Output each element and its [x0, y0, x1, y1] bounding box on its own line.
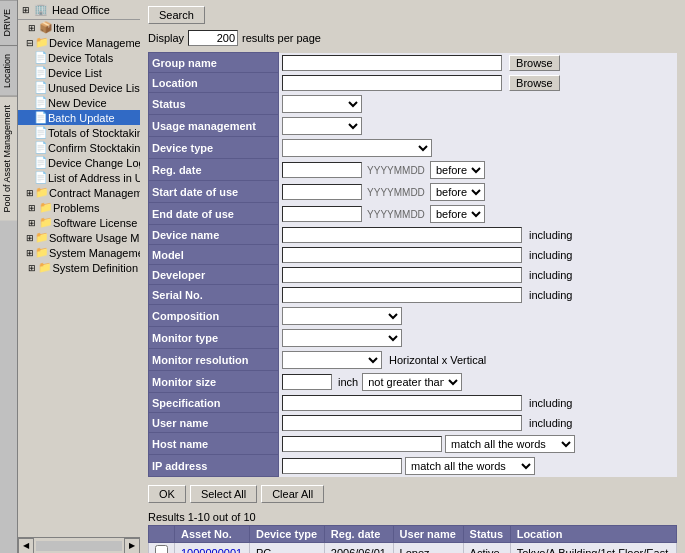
- value-status: Active Inactive: [279, 93, 677, 115]
- label-monitor-type: Monitor type: [149, 327, 279, 349]
- tree-item-item[interactable]: ⊞ 📦 Item: [18, 20, 140, 35]
- col-reg-date: Reg. date: [324, 526, 393, 543]
- serial-no-input[interactable]: [282, 287, 522, 303]
- location-browse-btn[interactable]: Browse: [509, 75, 560, 91]
- row-start-date: Start date of use YYYYMMDD before after: [149, 181, 677, 203]
- reg-date-before-select[interactable]: before after: [430, 161, 485, 179]
- value-start-date: YYYYMMDD before after: [279, 181, 677, 203]
- sd-icon: 📁: [38, 261, 52, 274]
- value-monitor-type: [279, 327, 677, 349]
- row-device-name: Device name including: [149, 225, 677, 245]
- ts-label: Totals of Stocktaking-L: [48, 127, 140, 139]
- start-date-input[interactable]: [282, 184, 362, 200]
- user-name-including: including: [529, 417, 572, 429]
- monitor-type-select[interactable]: [282, 329, 402, 347]
- table-row: 1000000001 PC 2006/06/01 Lopez Active To…: [149, 543, 677, 554]
- tab-location[interactable]: Location: [0, 45, 17, 96]
- end-date-input[interactable]: [282, 206, 362, 222]
- cs-icon: 📄: [34, 141, 48, 154]
- monitor-size-select[interactable]: not greater than not less than: [362, 373, 462, 391]
- value-monitor-size: inch not greater than not less than: [279, 371, 677, 393]
- asset-no-link[interactable]: 1000000001: [181, 547, 242, 554]
- results-header-row: Asset No. Device type Reg. date User nam…: [149, 526, 677, 543]
- tree-item-list-address[interactable]: 📄 List of Address in Use: [18, 170, 140, 185]
- tree-item-device-change[interactable]: 📄 Device Change Log: [18, 155, 140, 170]
- ip-address-match-select[interactable]: match all the words match any word: [405, 457, 535, 475]
- row-reg-date-cell: 2006/06/01: [324, 543, 393, 554]
- scroll-track[interactable]: [36, 541, 122, 551]
- specification-input[interactable]: [282, 395, 522, 411]
- hv-label: Horizontal x Vertical: [389, 354, 486, 366]
- su-icon: 📁: [35, 231, 49, 244]
- value-reg-date: YYYYMMDD before after: [279, 159, 677, 181]
- item-label: Item: [53, 22, 74, 34]
- host-name-input[interactable]: [282, 436, 442, 452]
- tree-item-device-totals[interactable]: 📄 Device Totals: [18, 50, 140, 65]
- value-composition: [279, 305, 677, 327]
- monitor-size-input[interactable]: [282, 374, 332, 390]
- expand-icon[interactable]: ⊞: [22, 5, 30, 15]
- search-button[interactable]: Search: [148, 6, 205, 24]
- developer-input[interactable]: [282, 267, 522, 283]
- row-checkbox[interactable]: [155, 545, 168, 553]
- tab-asset-management[interactable]: Pool of Asset Management: [0, 96, 17, 221]
- cs-label: Confirm Stocktaking Di: [48, 142, 140, 154]
- label-model: Model: [149, 245, 279, 265]
- col-status: Status: [463, 526, 510, 543]
- label-device-type: Device type: [149, 137, 279, 159]
- ip-address-input[interactable]: [282, 458, 402, 474]
- scroll-left-btn[interactable]: ◀: [18, 538, 34, 554]
- ud-icon: 📄: [34, 81, 48, 94]
- tree-item-problems[interactable]: ⊞ 📁 Problems: [18, 200, 140, 215]
- status-select[interactable]: Active Inactive: [282, 95, 362, 113]
- tree-item-system-mgmt[interactable]: ⊞ 📁 System Management: [18, 245, 140, 260]
- label-specification: Specification: [149, 393, 279, 413]
- device-type-select[interactable]: PC: [282, 139, 432, 157]
- col-location: Location: [510, 526, 676, 543]
- value-device-type: PC: [279, 137, 677, 159]
- device-name-input[interactable]: [282, 227, 522, 243]
- tree-item-new-device[interactable]: 📄 New Device: [18, 95, 140, 110]
- tab-drive[interactable]: DRIVE: [0, 0, 17, 45]
- monitor-resolution-select[interactable]: [282, 351, 382, 369]
- tree-item-software-license[interactable]: ⊞ 📁 Software License: [18, 215, 140, 230]
- value-serial-no: including: [279, 285, 677, 305]
- ok-button[interactable]: OK: [148, 485, 186, 503]
- user-name-input[interactable]: [282, 415, 522, 431]
- col-user-name: User name: [393, 526, 463, 543]
- end-date-before-select[interactable]: before after: [430, 205, 485, 223]
- row-location: Location Browse: [149, 73, 677, 93]
- group-name-input[interactable]: [282, 55, 502, 71]
- cm-label: Contract Management: [49, 187, 140, 199]
- select-all-button[interactable]: Select All: [190, 485, 257, 503]
- composition-select[interactable]: [282, 307, 402, 325]
- tree-pane: ⊞ 🏢 Head Office ⊞ 📦 Item ⊟ 📁 Device Mana…: [18, 0, 140, 553]
- start-date-before-select[interactable]: before after: [430, 183, 485, 201]
- tree-item-system-def[interactable]: ⊞ 📁 System Definition: [18, 260, 140, 275]
- reg-date-input[interactable]: [282, 162, 362, 178]
- display-count-input[interactable]: [188, 30, 238, 46]
- label-device-name: Device name: [149, 225, 279, 245]
- device-mgmt-icon: 📁: [35, 36, 49, 49]
- tree-item-device-mgmt[interactable]: ⊟ 📁 Device Management: [18, 35, 140, 50]
- ud-label: Unused Device List: [48, 82, 140, 94]
- tree-item-totals-stock[interactable]: 📄 Totals of Stocktaking-L: [18, 125, 140, 140]
- display-label: Display: [148, 32, 184, 44]
- scroll-right-btn[interactable]: ▶: [124, 538, 140, 554]
- tree-item-contract-mgmt[interactable]: ⊞ 📁 Contract Management: [18, 185, 140, 200]
- row-developer: Developer including: [149, 265, 677, 285]
- usage-mgmt-select[interactable]: [282, 117, 362, 135]
- clear-all-button[interactable]: Clear All: [261, 485, 324, 503]
- tree-item-confirm-stock[interactable]: 📄 Confirm Stocktaking Di: [18, 140, 140, 155]
- host-name-match-select[interactable]: match all the words match any word: [445, 435, 575, 453]
- label-reg-date: Reg. date: [149, 159, 279, 181]
- tree-item-unused-device[interactable]: 📄 Unused Device List: [18, 80, 140, 95]
- location-input[interactable]: [282, 75, 502, 91]
- row-user-name-cell: Lopez: [393, 543, 463, 554]
- group-name-browse-btn[interactable]: Browse: [509, 55, 560, 71]
- tree-item-software-usage[interactable]: ⊞ 📁 Software Usage Manager: [18, 230, 140, 245]
- tree-item-device-list[interactable]: 📄 Device List: [18, 65, 140, 80]
- sl-icon: 📁: [39, 216, 53, 229]
- model-input[interactable]: [282, 247, 522, 263]
- tree-item-batch-update[interactable]: 📄 Batch Update: [18, 110, 140, 125]
